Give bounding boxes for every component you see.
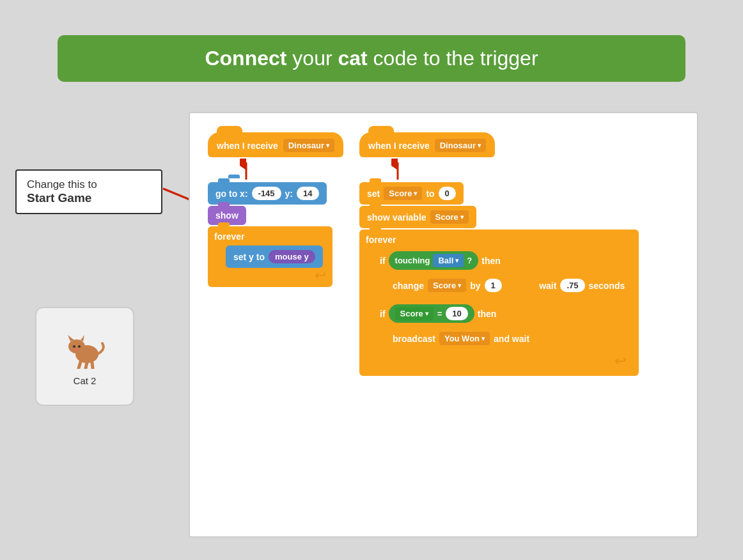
svg-point-9 <box>68 339 85 354</box>
right-hat-block: when I receive Dinosaur <box>359 132 495 157</box>
set-y-label: set y to <box>233 252 265 262</box>
svg-line-16 <box>86 362 87 368</box>
equals-sign: = <box>437 309 442 318</box>
right-up-arrow <box>391 159 404 181</box>
if-score-block: if Score = 10 then <box>375 301 632 326</box>
by-val: 1 <box>485 279 502 292</box>
wait-val: .75 <box>560 279 584 292</box>
svg-line-17 <box>92 362 93 368</box>
right-block-stack: when I receive Dinosaur set Score to 0 s… <box>359 132 639 376</box>
touching-label: touching <box>395 256 430 265</box>
broadcast-label: broadcast <box>393 334 435 344</box>
left-hat-block: when I receive Dinosaur <box>208 132 343 157</box>
main-area: when I receive Dinosaur go to x: -145 y:… <box>189 112 698 538</box>
forever-block-left: forever set y to mouse y ↩ <box>208 226 332 287</box>
to-label: to <box>426 189 434 199</box>
left-trigger-label: when I receive <box>217 141 278 151</box>
score-condition: Score = 10 <box>389 304 474 323</box>
header-your: your <box>292 47 338 70</box>
y-label: y: <box>285 189 293 199</box>
score-dropdown1[interactable]: Score <box>384 187 422 200</box>
then-label1: then <box>481 256 501 266</box>
seconds-label: seconds <box>589 281 625 291</box>
score-dropdown3[interactable]: Score <box>428 279 466 292</box>
sprite-box: Cat 2 <box>35 307 134 406</box>
right-trigger-label: when I receive <box>368 141 430 151</box>
show-label: show <box>215 210 239 221</box>
score-cond-dropdown[interactable]: Score <box>395 307 434 320</box>
svg-point-14 <box>75 348 78 350</box>
svg-line-15 <box>79 362 81 368</box>
forever-label-right: forever <box>366 235 632 245</box>
left-trigger-dropdown[interactable]: Dinosaur <box>283 139 334 152</box>
by-label: by <box>470 281 480 291</box>
header-rest: code to the trigger <box>373 47 538 70</box>
youwon-dropdown[interactable]: You Won <box>439 332 490 345</box>
mouse-y-block: mouse y <box>269 250 315 263</box>
goto-label: go to x: <box>215 189 248 199</box>
if-touching-block: if touching Ball ? then <box>375 248 632 273</box>
loop-arrow-right: ↩ <box>614 353 626 369</box>
goto-block: go to x: -145 y: 14 <box>208 182 327 205</box>
svg-point-13 <box>78 345 81 348</box>
if2-label: if <box>380 309 386 319</box>
then-label2: then <box>478 309 497 319</box>
wait-label: wait <box>539 281 556 291</box>
set-score-block: set Score to 0 <box>359 182 464 205</box>
touching-block: touching Ball ? <box>389 251 479 270</box>
if-label: if <box>380 256 386 266</box>
forever-label-left: forever <box>214 231 326 242</box>
header-cat: cat <box>338 47 367 70</box>
header-connect: Connect <box>205 47 286 70</box>
svg-marker-11 <box>81 335 84 341</box>
forever-block-right: forever if touching Ball ? then change S… <box>359 229 639 376</box>
change-label: change <box>393 281 424 291</box>
broadcast-block: broadcast You Won and wait <box>385 328 537 349</box>
question-mark: ? <box>467 256 472 265</box>
svg-point-12 <box>73 345 75 348</box>
change-score-block: change Score by 1 <box>385 275 510 296</box>
score-val: 0 <box>439 187 456 200</box>
score-dropdown2[interactable]: Score <box>430 210 469 224</box>
left-up-arrow <box>240 159 253 181</box>
right-trigger-dropdown[interactable]: Dinosaur <box>435 139 486 152</box>
and-wait-label: and wait <box>494 334 529 344</box>
show-variable-label: show variable <box>367 212 426 222</box>
wait-block: wait .75 seconds <box>531 275 632 296</box>
header-banner: Connect your cat code to the trigger <box>58 35 685 82</box>
x-value: -145 <box>252 187 281 200</box>
callout-left-line1: Change this to <box>27 178 151 191</box>
y-value: 14 <box>297 187 318 200</box>
callout-left: Change this to Start Game <box>15 169 162 214</box>
loop-arrow-left: ↩ <box>315 267 326 284</box>
sprite-label: Cat 2 <box>74 375 97 386</box>
set-label: set <box>367 189 380 199</box>
show-variable-block: show variable Score <box>359 206 476 228</box>
ball-dropdown[interactable]: Ball <box>433 254 464 267</box>
set-y-block: set y to mouse y <box>226 245 323 268</box>
score-target: 10 <box>446 307 467 320</box>
cat-sprite <box>63 327 107 369</box>
left-block-stack: when I receive Dinosaur go to x: -145 y:… <box>208 132 343 287</box>
svg-marker-10 <box>68 335 74 341</box>
callout-left-line2: Start Game <box>27 191 151 205</box>
